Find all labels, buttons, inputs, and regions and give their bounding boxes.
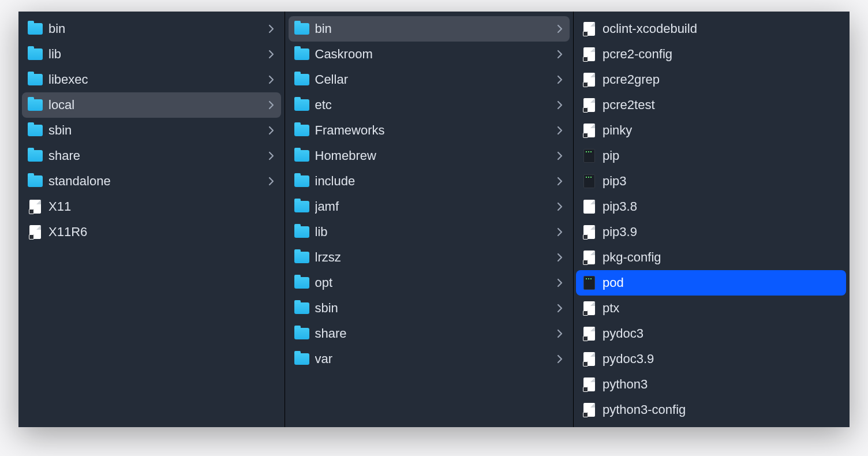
item-label: oclint-xcodebuild: [603, 21, 839, 36]
list-item[interactable]: include: [289, 169, 570, 194]
list-item[interactable]: pcre2grep: [576, 67, 846, 92]
folder-icon: [294, 327, 309, 341]
list-item[interactable]: standalone: [22, 169, 281, 194]
list-item[interactable]: python3-config: [576, 397, 846, 423]
item-label: X11: [48, 199, 274, 214]
list-item[interactable]: lrzsz: [289, 245, 570, 270]
list-item[interactable]: opt: [289, 270, 570, 296]
list-item[interactable]: lib: [289, 219, 570, 245]
item-label: Cellar: [315, 72, 552, 87]
list-item[interactable]: pkg-config: [576, 245, 846, 270]
list-item[interactable]: jamf: [289, 194, 570, 219]
item-label: lib: [315, 225, 552, 240]
chevron-right-icon: [268, 177, 274, 186]
alias-file-icon: [582, 301, 597, 315]
list-item[interactable]: X11R6: [22, 219, 281, 245]
list-item[interactable]: pip3: [576, 169, 846, 194]
list-item[interactable]: var: [289, 346, 570, 372]
item-label: jamf: [315, 199, 552, 214]
item-label: pinky: [603, 123, 839, 138]
alias-file-icon: [582, 124, 597, 137]
list-item[interactable]: Homebrew: [289, 143, 570, 169]
folder-icon: [294, 174, 309, 188]
item-label: Homebrew: [315, 148, 552, 163]
list-item[interactable]: etc: [289, 92, 570, 118]
list-item[interactable]: Frameworks: [289, 118, 570, 143]
chevron-right-icon: [557, 151, 563, 160]
column-2[interactable]: oclint-xcodebuildpcre2-configpcre2greppc…: [574, 12, 850, 427]
list-item[interactable]: sbin: [289, 296, 570, 321]
list-item[interactable]: Caskroom: [289, 42, 570, 67]
file-icon: [582, 200, 597, 214]
chevron-right-icon: [557, 329, 563, 338]
item-label: pip3.9: [603, 225, 839, 240]
list-item[interactable]: Cellar: [289, 67, 570, 92]
folder-icon: [28, 149, 43, 163]
column-1[interactable]: binCaskroomCellaretcFrameworksHomebrewin…: [285, 12, 574, 427]
item-label: local: [48, 98, 263, 113]
item-label: lrzsz: [315, 250, 552, 265]
alias-file-icon: [582, 98, 597, 112]
item-label: share: [48, 148, 263, 163]
folder-icon: [28, 22, 43, 36]
alias-file-icon: [582, 73, 597, 87]
list-item[interactable]: share: [22, 143, 281, 169]
list-item[interactable]: X11: [22, 194, 281, 219]
folder-icon: [294, 98, 309, 112]
alias-file-icon: [582, 22, 597, 36]
item-label: sbin: [315, 301, 552, 316]
item-label: include: [315, 174, 552, 189]
chevron-right-icon: [557, 354, 563, 364]
list-item[interactable]: pinky: [576, 118, 846, 143]
folder-icon: [294, 276, 309, 290]
item-label: pod: [603, 275, 839, 290]
column-0[interactable]: binliblibexeclocalsbinsharestandaloneX11…: [18, 12, 285, 427]
alias-file-icon: [582, 327, 597, 341]
list-item[interactable]: pcre2test: [576, 92, 846, 118]
chevron-right-icon: [557, 227, 563, 237]
list-item[interactable]: pip3.8: [576, 194, 846, 219]
list-item[interactable]: pip3.9: [576, 219, 846, 245]
list-item[interactable]: local: [22, 92, 281, 118]
item-label: bin: [48, 21, 263, 36]
folder-icon: [28, 174, 43, 188]
item-label: pcre2-config: [603, 47, 839, 62]
list-item[interactable]: libexec: [22, 67, 281, 92]
list-item[interactable]: pod: [576, 270, 846, 296]
folder-icon: [294, 124, 309, 137]
chevron-right-icon: [268, 24, 274, 33]
alias-file-icon: [582, 225, 597, 239]
item-label: Frameworks: [315, 123, 552, 138]
chevron-right-icon: [557, 253, 563, 262]
list-item[interactable]: pcre2-config: [576, 42, 846, 67]
list-item[interactable]: ptx: [576, 296, 846, 321]
list-item[interactable]: python3: [576, 372, 846, 397]
folder-icon: [294, 301, 309, 315]
list-item[interactable]: bin: [22, 16, 281, 42]
folder-icon: [28, 98, 43, 112]
folder-icon: [28, 73, 43, 87]
item-label: X11R6: [48, 225, 274, 240]
list-item[interactable]: bin: [289, 16, 570, 42]
list-item[interactable]: oclint-xcodebuild: [576, 16, 846, 42]
list-item[interactable]: pydoc3: [576, 321, 846, 346]
list-item[interactable]: sbin: [22, 118, 281, 143]
list-item[interactable]: share: [289, 321, 570, 346]
folder-icon: [294, 73, 309, 87]
chevron-right-icon: [557, 100, 563, 110]
item-label: pip3.8: [603, 199, 839, 214]
chevron-right-icon: [557, 202, 563, 211]
item-label: pydoc3: [603, 326, 839, 341]
list-item[interactable]: lib: [22, 42, 281, 67]
chevron-right-icon: [557, 126, 563, 135]
chevron-right-icon: [557, 304, 563, 313]
alias-file-icon: [28, 225, 43, 239]
list-item[interactable]: pip: [576, 143, 846, 169]
alias-file-icon: [582, 377, 597, 391]
list-item[interactable]: pydoc3.9: [576, 346, 846, 372]
item-label: ptx: [603, 301, 839, 316]
executable-icon: [582, 174, 597, 188]
folder-icon: [294, 200, 309, 214]
finder-column-view: binliblibexeclocalsbinsharestandaloneX11…: [18, 12, 850, 427]
alias-file-icon: [28, 200, 43, 214]
